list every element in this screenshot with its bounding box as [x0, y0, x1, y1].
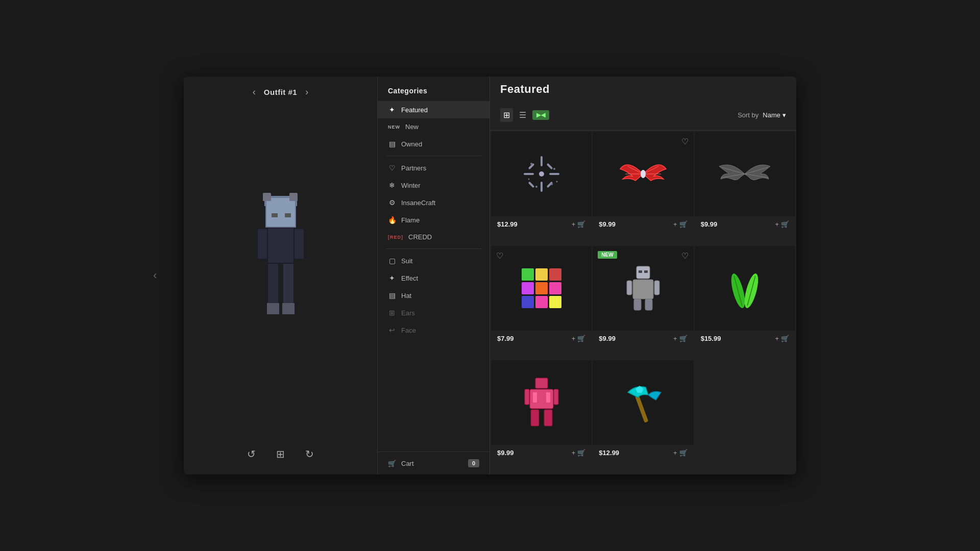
char-boot-right: [282, 303, 295, 314]
add-to-cart-2[interactable]: + 🛒: [673, 220, 688, 228]
add-to-cart-6[interactable]: + 🛒: [775, 335, 789, 342]
product-card-2[interactable]: ♡: [593, 132, 693, 232]
product-card-1[interactable]: $12.99 + 🛒: [491, 132, 592, 232]
category-label-face: Face: [401, 327, 416, 334]
sort-dropdown[interactable]: Name ▾: [763, 111, 786, 119]
category-item-face[interactable]: ↩ Face: [378, 321, 489, 339]
svg-rect-29: [654, 281, 659, 295]
cart-section[interactable]: 🛒 Cart 0: [378, 452, 489, 474]
svg-point-12: [551, 183, 553, 185]
sort-label: Sort by: [738, 111, 758, 119]
cart-icon-2: 🛒: [679, 220, 688, 228]
cart-icon-8: 🛒: [679, 449, 688, 457]
winter-icon: ❄: [388, 181, 396, 189]
svg-point-11: [535, 186, 537, 188]
outer-left-arrow[interactable]: ‹: [153, 269, 157, 282]
add-to-cart-4[interactable]: + 🛒: [572, 335, 586, 342]
cart-icon-7: 🛒: [577, 449, 585, 457]
category-label-effect: Effect: [401, 274, 418, 282]
category-item-hat[interactable]: ▤ Hat: [378, 287, 489, 304]
cube-2: [535, 268, 548, 281]
cart-icon-3: 🛒: [781, 220, 789, 228]
app-container: ‹ ‹ Outfit #1 ›: [0, 0, 980, 551]
product-price-6: $15.99: [701, 335, 721, 342]
list-view-btn[interactable]: ☰: [516, 108, 529, 122]
char-boot-left: [267, 303, 279, 314]
svg-rect-40: [525, 389, 529, 405]
sparkle-svg: [521, 154, 562, 194]
outfit-prev-arrow[interactable]: ‹: [253, 87, 256, 97]
product-price-3: $9.99: [701, 220, 718, 228]
product-img-4: [491, 246, 592, 331]
cart-icon-6: 🛒: [781, 335, 789, 342]
wishlist-btn-5[interactable]: ♡: [681, 251, 689, 261]
hat-icon: ▤: [388, 291, 396, 299]
add-to-cart-8[interactable]: + 🛒: [673, 449, 688, 457]
outfit-next-arrow[interactable]: ›: [305, 87, 308, 97]
grid-view-btn[interactable]: ⊞: [500, 108, 513, 122]
category-label-credd: CREDD: [408, 233, 432, 241]
svg-rect-39: [546, 392, 550, 403]
cart-label: Cart: [401, 460, 414, 467]
svg-rect-2: [524, 173, 534, 175]
category-item-winter[interactable]: ❄ Winter: [378, 177, 489, 194]
product-card-7[interactable]: $9.99 + 🛒: [491, 360, 592, 461]
products-header: ⊞ ☰ ▶◀ Sort by Name ▾: [490, 100, 796, 131]
category-label-owned: Owned: [401, 140, 422, 148]
add-to-cart-5[interactable]: + 🛒: [673, 335, 688, 342]
wishlist-btn-2[interactable]: ♡: [681, 137, 689, 146]
category-item-effect[interactable]: ✦ Effect: [378, 269, 489, 287]
partners-icon: ♡: [388, 164, 396, 172]
category-item-featured[interactable]: ✦ Featured: [378, 101, 489, 118]
wishlist-btn-4[interactable]: ♡: [496, 251, 503, 261]
plus-icon-5: +: [673, 335, 677, 342]
char-body: [267, 228, 294, 263]
product-card-3[interactable]: $9.99 + 🛒: [695, 132, 795, 232]
char-leg-right: [283, 263, 294, 304]
category-item-credd[interactable]: [RED] CREDD: [378, 229, 489, 245]
featured-icon: ✦: [388, 106, 396, 114]
svg-rect-30: [634, 299, 641, 310]
category-item-ears[interactable]: ⊞ Ears: [378, 304, 489, 321]
action-rotate-right[interactable]: ↻: [301, 444, 318, 464]
category-label-featured: Featured: [401, 106, 428, 114]
product-card-4[interactable]: ♡: [491, 246, 592, 346]
outfit-title: Outfit #1: [264, 88, 297, 96]
product-footer-4: $7.99 + 🛒: [491, 331, 592, 346]
category-item-suit[interactable]: ▢ Suit: [378, 252, 489, 269]
face-icon: ↩: [388, 326, 396, 334]
category-label-insanecraft: InsaneCraft: [401, 199, 435, 207]
svg-point-9: [530, 163, 532, 165]
svg-rect-26: [644, 270, 648, 273]
add-to-cart-7[interactable]: + 🛒: [572, 449, 586, 457]
add-to-cart-3[interactable]: + 🛒: [775, 220, 789, 228]
cube-5: [535, 282, 548, 294]
sort-value: Name: [763, 111, 780, 119]
product-footer-6: $15.99 + 🛒: [695, 331, 795, 346]
add-to-cart-1[interactable]: + 🛒: [572, 220, 586, 228]
category-item-insanecraft[interactable]: ⚙ InsaneCraft: [378, 194, 489, 211]
plus-icon-4: +: [572, 335, 576, 342]
category-item-flame[interactable]: 🔥 Flame: [378, 211, 489, 229]
product-price-8: $12.99: [599, 449, 619, 457]
pickaxe-svg: [620, 380, 666, 425]
svg-rect-41: [554, 389, 558, 405]
featured-section-title: Featured: [490, 77, 796, 100]
product-card-8[interactable]: $12.99 + 🛒: [593, 360, 693, 461]
svg-point-19: [641, 170, 646, 178]
plus-icon-3: +: [775, 220, 779, 228]
product-card-5[interactable]: NEW ♡: [593, 246, 693, 346]
category-item-new[interactable]: NEW New: [378, 118, 489, 135]
product-card-6[interactable]: $15.99 + 🛒: [695, 246, 795, 346]
category-label-winter: Winter: [401, 182, 421, 189]
category-item-partners[interactable]: ♡ Partners: [378, 159, 489, 177]
products-grid: $12.99 + 🛒 ♡: [490, 131, 796, 474]
svg-point-14: [556, 181, 557, 183]
view-toggle: ⊞ ☰ ▶◀: [500, 108, 549, 122]
category-item-owned[interactable]: ▤ Owned: [378, 135, 489, 153]
svg-rect-43: [544, 410, 552, 426]
sort-section: Sort by Name ▾: [738, 111, 786, 119]
action-rotate-left[interactable]: ↺: [243, 444, 260, 464]
ears-icon: ⊞: [388, 309, 396, 317]
action-grid[interactable]: ⊞: [272, 444, 289, 464]
